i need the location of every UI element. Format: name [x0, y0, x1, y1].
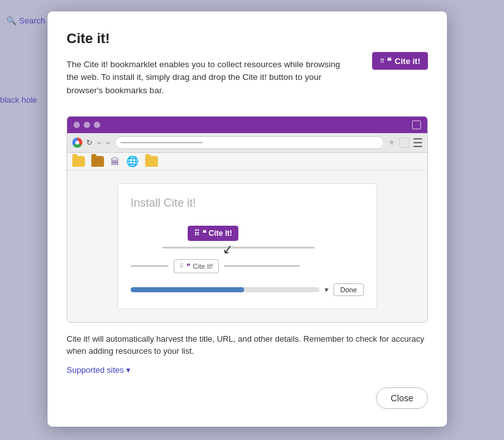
drag-area: ⠿ ❝ Cite It! ↙: [131, 223, 364, 254]
reload-icon: ↻: [86, 138, 93, 147]
install-title: Install Cite it!: [131, 197, 364, 210]
traffic-light-red: [74, 122, 80, 128]
chrome-icon: [72, 138, 82, 148]
bm-gray-2: [224, 265, 300, 267]
drag-quote-icon: ❝: [202, 229, 206, 238]
bm-gray-1: [131, 265, 169, 267]
footer-text: Cite it! will automatically harvest the …: [67, 333, 428, 358]
done-button[interactable]: Done: [333, 283, 364, 296]
drag-grid-icon: ⠿: [194, 229, 200, 238]
supported-sites-link[interactable]: Supported sites ▾: [67, 365, 131, 375]
cite-button-label: Cite it!: [395, 56, 420, 66]
traffic-light-yellow: [84, 122, 90, 128]
nav-arrows: ←→: [96, 139, 111, 146]
modal-description: The Cite it! bookmarklet enables you to …: [67, 58, 346, 97]
browser-content: Install Cite it! ⠿ ❝ Cite It! ↙ ⠿: [67, 171, 427, 322]
bookmark-star-icon: ★: [388, 138, 396, 147]
cursor-icon: ↙: [221, 240, 235, 257]
drag-cite-button[interactable]: ⠿ ❝ Cite It!: [188, 226, 238, 241]
browser-menu-icon[interactable]: [413, 138, 422, 147]
bottom-bar: ▾ Done: [131, 283, 364, 296]
modal-title: Cite it!: [67, 30, 428, 47]
grid-icon: ⠿: [380, 58, 384, 65]
progress-fill: [131, 287, 244, 292]
bookmark-folder-3: [145, 156, 158, 167]
bookmark-globe-icon: 🌐: [126, 155, 139, 167]
installed-grid-icon: ⠿: [179, 263, 184, 269]
bookmark-folder-1: [72, 156, 85, 167]
dropdown-arrow-icon: ▾: [325, 285, 328, 294]
progress-track: [131, 287, 320, 292]
address-bar-content: [120, 142, 203, 143]
browser-toolbar: ↻ ←→ ★: [67, 133, 427, 153]
description-row: The Cite it! bookmarklet enables you to …: [67, 58, 428, 107]
bookmarks-bar: 🏛 🌐: [67, 153, 427, 171]
install-box: Install Cite it! ⠿ ❝ Cite It! ↙ ⠿: [117, 183, 377, 309]
bookmark-folder-2: [91, 156, 104, 167]
extension-btn: [399, 138, 410, 148]
address-bar[interactable]: [115, 136, 384, 149]
installed-cite-btn[interactable]: ⠿ ❝ Cite It!: [174, 259, 219, 273]
drag-line: [162, 247, 314, 249]
bookmark-building-icon: 🏛: [110, 156, 120, 167]
browser-mock: ↻ ←→ ★ 🏛 🌐 Install Cite it!: [67, 116, 428, 323]
traffic-light-green: [94, 122, 100, 128]
installed-quote-icon: ❝: [186, 262, 190, 271]
window-maximize-btn: [412, 120, 421, 129]
chevron-down-icon: ▾: [126, 365, 131, 375]
supported-sites-label: Supported sites: [67, 365, 124, 375]
bookmarks-line: ⠿ ❝ Cite It!: [131, 259, 364, 273]
cite-it-modal: Cite it! The Cite it! bookmarklet enable…: [48, 11, 447, 427]
browser-titlebar: [67, 117, 427, 133]
modal-actions: Close: [67, 387, 428, 409]
close-button[interactable]: Close: [376, 387, 428, 409]
cite-it-bookmarklet-button[interactable]: ⠿ ❝ Cite it!: [372, 52, 428, 70]
quote-icon: ❝: [387, 56, 392, 66]
